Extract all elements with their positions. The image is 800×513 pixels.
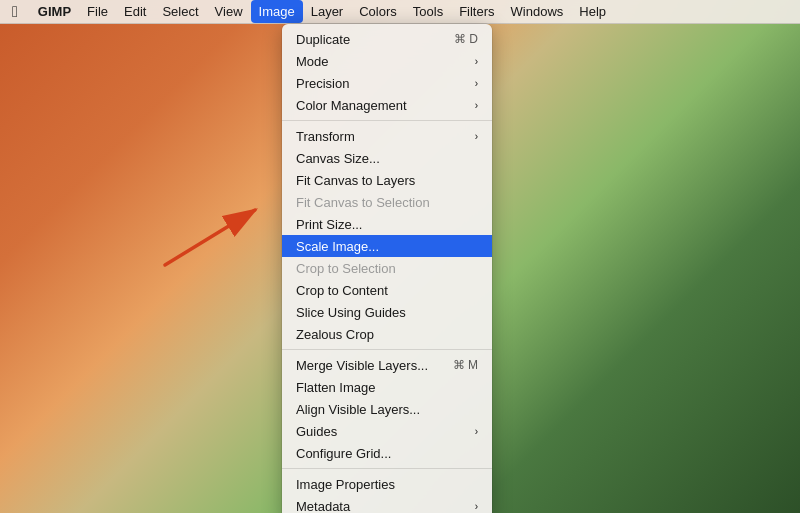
menu-item-fit-canvas-layers[interactable]: Fit Canvas to Layers [282, 169, 492, 191]
menubar-help[interactable]: Help [571, 0, 614, 23]
menubar-colors[interactable]: Colors [351, 0, 405, 23]
menu-item-print-size-label: Print Size... [296, 217, 362, 232]
menu-item-precision[interactable]: Precision › [282, 72, 492, 94]
menu-item-crop-to-selection: Crop to Selection [282, 257, 492, 279]
menu-item-color-management-label: Color Management [296, 98, 407, 113]
menu-item-slice-using-guides-label: Slice Using Guides [296, 305, 406, 320]
menu-item-flatten-image[interactable]: Flatten Image [282, 376, 492, 398]
menu-item-duplicate[interactable]: Duplicate ⌘ D [282, 28, 492, 50]
menu-item-crop-to-selection-label: Crop to Selection [296, 261, 396, 276]
menu-item-canvas-size[interactable]: Canvas Size... [282, 147, 492, 169]
menu-item-duplicate-shortcut: ⌘ D [454, 32, 478, 46]
menubar-tools[interactable]: Tools [405, 0, 451, 23]
menu-item-merge-visible-layers-label: Merge Visible Layers... [296, 358, 428, 373]
menu-item-configure-grid-label: Configure Grid... [296, 446, 391, 461]
menu-item-merge-visible-layers-shortcut: ⌘ M [453, 358, 478, 372]
menubar:  GIMP File Edit Select View Image Layer… [0, 0, 800, 24]
menu-item-align-visible-layers-label: Align Visible Layers... [296, 402, 420, 417]
menubar-file[interactable]: File [79, 0, 116, 23]
menu-item-guides-label: Guides [296, 424, 337, 439]
menubar-windows[interactable]: Windows [503, 0, 572, 23]
menu-item-slice-using-guides[interactable]: Slice Using Guides [282, 301, 492, 323]
menu-item-precision-arrow: › [475, 78, 478, 89]
menu-item-configure-grid[interactable]: Configure Grid... [282, 442, 492, 464]
menu-item-mode-arrow: › [475, 56, 478, 67]
menu-item-metadata-arrow: › [475, 501, 478, 512]
menu-separator-3 [282, 468, 492, 469]
menu-item-transform-label: Transform [296, 129, 355, 144]
svg-line-1 [165, 210, 255, 265]
menu-item-metadata-label: Metadata [296, 499, 350, 514]
menubar-view[interactable]: View [207, 0, 251, 23]
menu-item-zealous-crop[interactable]: Zealous Crop [282, 323, 492, 345]
menu-item-print-size[interactable]: Print Size... [282, 213, 492, 235]
menu-item-crop-to-content[interactable]: Crop to Content [282, 279, 492, 301]
menu-separator-2 [282, 349, 492, 350]
menu-item-flatten-image-label: Flatten Image [296, 380, 376, 395]
menu-item-zealous-crop-label: Zealous Crop [296, 327, 374, 342]
menubar-apple[interactable]:  [0, 0, 30, 23]
menu-separator-1 [282, 120, 492, 121]
menu-item-transform-arrow: › [475, 131, 478, 142]
menubar-filters[interactable]: Filters [451, 0, 502, 23]
menu-item-guides[interactable]: Guides › [282, 420, 492, 442]
menu-item-fit-canvas-selection: Fit Canvas to Selection [282, 191, 492, 213]
menubar-select[interactable]: Select [154, 0, 206, 23]
arrow-indicator [155, 195, 275, 275]
menu-item-metadata[interactable]: Metadata › [282, 495, 492, 513]
menubar-layer[interactable]: Layer [303, 0, 352, 23]
menu-item-image-properties-label: Image Properties [296, 477, 395, 492]
menu-item-image-properties[interactable]: Image Properties [282, 473, 492, 495]
menu-item-merge-visible-layers[interactable]: Merge Visible Layers... ⌘ M [282, 354, 492, 376]
menu-item-fit-canvas-selection-label: Fit Canvas to Selection [296, 195, 430, 210]
menubar-image[interactable]: Image [251, 0, 303, 23]
menu-item-fit-canvas-layers-label: Fit Canvas to Layers [296, 173, 415, 188]
image-menu-dropdown: Duplicate ⌘ D Mode › Precision › Color M… [282, 24, 492, 513]
menu-item-transform[interactable]: Transform › [282, 125, 492, 147]
menu-item-scale-image-label: Scale Image... [296, 239, 379, 254]
menubar-edit[interactable]: Edit [116, 0, 154, 23]
menu-item-scale-image[interactable]: Scale Image... [282, 235, 492, 257]
menubar-gimp[interactable]: GIMP [30, 0, 79, 23]
menu-item-mode-label: Mode [296, 54, 329, 69]
menu-item-crop-to-content-label: Crop to Content [296, 283, 388, 298]
menu-item-align-visible-layers[interactable]: Align Visible Layers... [282, 398, 492, 420]
menu-item-duplicate-label: Duplicate [296, 32, 350, 47]
menu-item-guides-arrow: › [475, 426, 478, 437]
menu-item-color-management-arrow: › [475, 100, 478, 111]
menu-item-color-management[interactable]: Color Management › [282, 94, 492, 116]
menu-item-precision-label: Precision [296, 76, 349, 91]
menu-item-mode[interactable]: Mode › [282, 50, 492, 72]
menu-item-canvas-size-label: Canvas Size... [296, 151, 380, 166]
